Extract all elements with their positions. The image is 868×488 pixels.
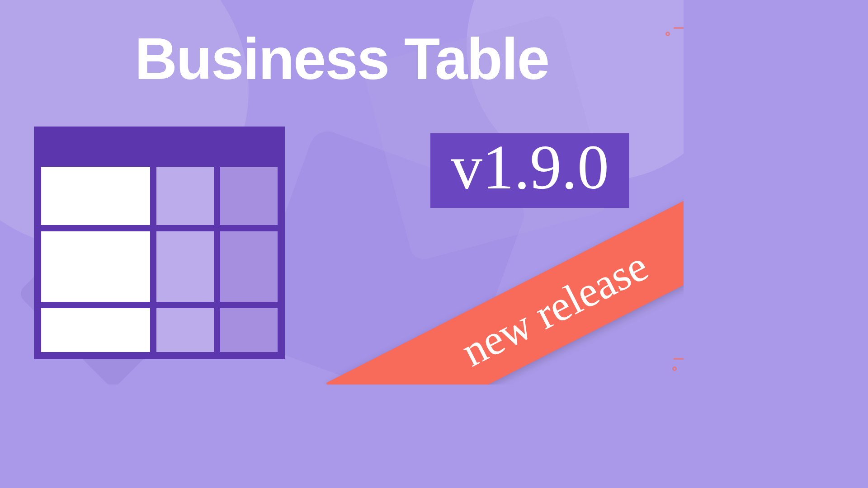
product-title: Business Table	[135, 25, 549, 93]
accent-decoration	[665, 32, 670, 36]
table-grid	[34, 160, 285, 359]
table-cell	[41, 231, 150, 301]
table-row	[41, 167, 278, 225]
table-icon	[34, 127, 285, 359]
version-badge: v1.9.0	[430, 133, 629, 208]
table-cell	[220, 308, 278, 352]
table-header-bar	[34, 127, 285, 160]
accent-decoration	[674, 27, 684, 29]
table-cell	[156, 167, 214, 225]
table-cell	[220, 231, 278, 301]
table-cell	[156, 308, 214, 352]
table-cell	[220, 167, 278, 225]
table-cell	[41, 308, 150, 352]
accent-decoration	[672, 366, 677, 371]
table-row	[41, 308, 278, 352]
table-cell	[41, 167, 150, 225]
table-cell	[156, 231, 214, 301]
table-row	[41, 231, 278, 301]
accent-decoration	[674, 358, 684, 360]
